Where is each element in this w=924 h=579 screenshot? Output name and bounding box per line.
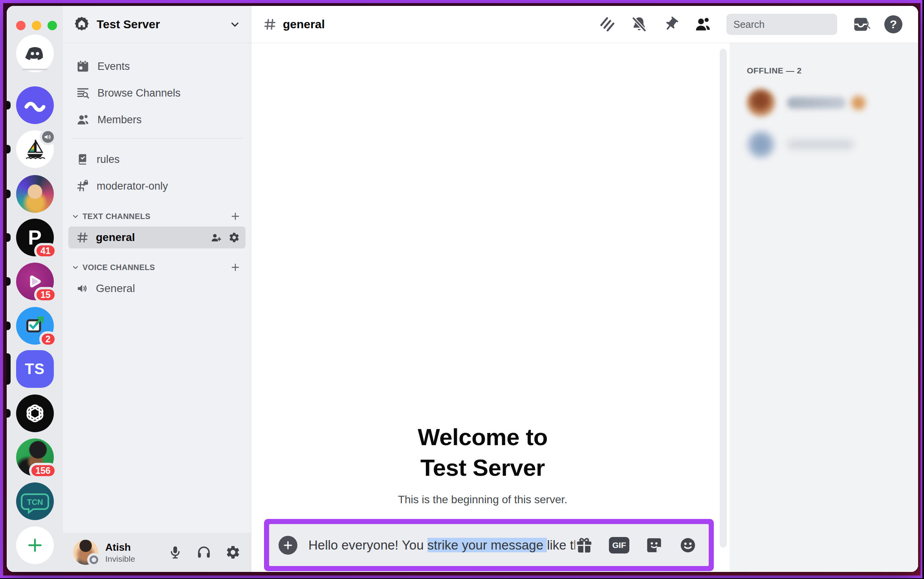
add-server-button[interactable] bbox=[16, 526, 54, 564]
selected-server-pill bbox=[7, 353, 11, 385]
search-input[interactable] bbox=[733, 19, 860, 30]
message-input-text[interactable]: Hello everyone! You strike your message … bbox=[308, 538, 575, 553]
server-icon-test-server[interactable]: TS bbox=[16, 350, 54, 388]
user-info[interactable]: Atish Invisible bbox=[105, 541, 135, 564]
sticker-picker-button[interactable] bbox=[645, 536, 663, 554]
gift-button[interactable] bbox=[575, 536, 593, 554]
openai-logo-icon bbox=[24, 402, 46, 425]
server-icon-play[interactable]: 15 bbox=[16, 263, 54, 300]
discord-logo-icon bbox=[24, 42, 46, 65]
speaker-icon bbox=[76, 282, 89, 295]
channel-item-rules[interactable]: rules bbox=[68, 148, 246, 171]
main-content: general bbox=[251, 6, 918, 572]
invite-people-icon[interactable] bbox=[210, 232, 222, 243]
emoji-picker-button[interactable] bbox=[679, 536, 697, 554]
emoji-smile-icon bbox=[679, 536, 697, 554]
server-icon-p[interactable]: P 41 bbox=[16, 219, 54, 256]
notification-badge: 156 bbox=[29, 463, 57, 479]
user-avatar[interactable] bbox=[73, 540, 98, 565]
channel-label: moderator-only bbox=[97, 180, 168, 192]
channel-item-general[interactable]: general bbox=[68, 226, 246, 248]
sidebar-item-events[interactable]: Events bbox=[68, 55, 246, 78]
server-icon-boat[interactable] bbox=[16, 130, 54, 168]
inbox-button[interactable] bbox=[852, 16, 869, 33]
create-channel-icon[interactable] bbox=[230, 211, 241, 222]
header-toolbar: ? bbox=[599, 14, 902, 35]
channel-item-moderator-only[interactable]: moderator-only bbox=[68, 175, 246, 197]
threads-button[interactable] bbox=[599, 16, 616, 33]
server-icon-avatar[interactable]: 156 bbox=[16, 438, 54, 476]
speaker-icon bbox=[44, 133, 52, 141]
discord-home-button[interactable] bbox=[16, 35, 54, 72]
zoom-window-button[interactable] bbox=[48, 21, 57, 30]
attach-file-button[interactable] bbox=[279, 536, 297, 555]
pin-icon bbox=[663, 16, 679, 33]
server-icon-check[interactable]: 2 bbox=[16, 307, 54, 345]
test-server-initials: TS bbox=[25, 361, 45, 378]
server-rail: P 41 15 2 TS bbox=[7, 6, 63, 572]
sidebar-item-label: Browse Channels bbox=[97, 87, 181, 99]
welcome-block: Welcome to Test Server This is the begin… bbox=[251, 422, 714, 506]
mute-mic-button[interactable] bbox=[168, 544, 183, 560]
voice-channels-category[interactable]: VOICE CHANNELS bbox=[68, 259, 246, 275]
server-header-dropdown[interactable]: Test Server bbox=[63, 6, 251, 43]
unread-pill bbox=[7, 409, 11, 418]
sidebar-divider bbox=[72, 138, 242, 139]
annotation-highlight-box: Hello everyone! You strike your message … bbox=[264, 519, 714, 571]
notification-settings-button[interactable] bbox=[631, 16, 648, 33]
help-button[interactable]: ? bbox=[884, 15, 902, 33]
tcn-bubble-icon: TCN bbox=[16, 482, 54, 520]
sidebar-item-browse-channels[interactable]: Browse Channels bbox=[68, 82, 246, 104]
hash-icon bbox=[76, 231, 89, 244]
calendar-icon bbox=[76, 60, 90, 73]
hash-lock-icon bbox=[76, 180, 89, 192]
chat-scrollbar[interactable] bbox=[720, 49, 727, 548]
gif-picker-button[interactable]: GIF bbox=[609, 537, 629, 553]
server-guide-home-icon bbox=[73, 16, 90, 33]
welcome-title-line2: Test Server bbox=[251, 453, 714, 483]
bell-slash-icon bbox=[631, 16, 648, 33]
channel-settings-gear-icon[interactable] bbox=[228, 232, 240, 243]
close-window-button[interactable] bbox=[16, 21, 26, 30]
chevron-down-icon bbox=[229, 18, 241, 30]
settings-gear-icon bbox=[225, 544, 241, 560]
channel-header: general bbox=[251, 6, 918, 43]
server-icon-tcn[interactable]: TCN bbox=[16, 482, 54, 520]
member-row[interactable] bbox=[747, 130, 906, 159]
server-name: Test Server bbox=[97, 18, 160, 31]
member-name-blurred bbox=[787, 139, 854, 150]
sidebar-item-members[interactable]: Members bbox=[68, 108, 246, 131]
member-row[interactable] bbox=[747, 89, 906, 117]
pinned-messages-button[interactable] bbox=[663, 16, 679, 33]
members-icon bbox=[76, 113, 90, 126]
hash-icon bbox=[263, 18, 277, 31]
notification-badge: 2 bbox=[39, 331, 57, 347]
user-status: Invisible bbox=[105, 554, 135, 564]
member-list-toggle-button[interactable] bbox=[694, 16, 711, 33]
user-settings-button[interactable] bbox=[225, 544, 241, 560]
minimize-window-button[interactable] bbox=[32, 21, 41, 30]
text-channels-category[interactable]: TEXT CHANNELS bbox=[68, 208, 246, 224]
status-invisible-badge bbox=[87, 553, 101, 566]
unread-pill bbox=[7, 190, 11, 198]
server-icon-guru[interactable] bbox=[16, 175, 54, 213]
gif-label: GIF bbox=[612, 541, 626, 550]
server-icon-openai[interactable] bbox=[16, 395, 54, 432]
wave-icon bbox=[22, 92, 48, 118]
member-avatar-blurred bbox=[747, 130, 775, 159]
deafen-button[interactable] bbox=[196, 544, 212, 560]
search-box[interactable] bbox=[726, 14, 837, 35]
rules-book-icon bbox=[76, 153, 89, 166]
channel-label: general bbox=[96, 231, 135, 244]
voice-channel-item-general[interactable]: General bbox=[68, 278, 246, 300]
create-channel-icon[interactable] bbox=[230, 262, 241, 273]
message-input-bar[interactable]: Hello everyone! You strike your message … bbox=[269, 524, 709, 566]
message-text-before: Hello everyone! You bbox=[308, 538, 427, 552]
member-list: OFFLINE — 2 bbox=[730, 43, 918, 572]
headphones-icon bbox=[196, 544, 212, 560]
server-icon-wave[interactable] bbox=[16, 86, 54, 124]
member-emoji-blurred bbox=[851, 96, 865, 110]
sidebar-scroll-area: Events Browse Channels bbox=[63, 43, 251, 533]
channel-sidebar: Test Server Events bbox=[63, 6, 251, 572]
channel-header-title: general bbox=[283, 18, 325, 31]
